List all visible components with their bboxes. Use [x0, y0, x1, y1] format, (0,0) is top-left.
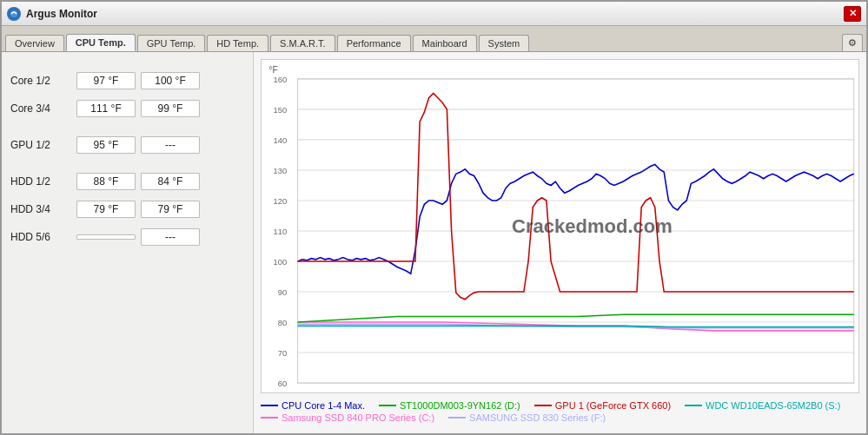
legend-label-1: ST1000DM003-9YN162 (D:) [400, 400, 520, 411]
svg-text:80: 80 [278, 318, 287, 327]
svg-text:°F: °F [268, 64, 278, 75]
legend-color-2 [534, 405, 552, 406]
sensor-row-3: HDD 1/2 88 °F 84 °F [10, 170, 244, 193]
app-title: Argus Monitor [26, 8, 97, 20]
left-panel: Core 1/2 97 °F 100 °F Core 3/4 111 °F 99… [2, 52, 254, 433]
svg-text:140: 140 [274, 135, 288, 145]
sensor-row-1: Core 3/4 111 °F 99 °F [10, 97, 244, 120]
tab-mainboard[interactable]: Mainboard [413, 35, 477, 51]
sensor-val2-0: 100 °F [141, 72, 200, 89]
tab-system[interactable]: System [479, 35, 530, 51]
title-bar: Argus Monitor ✕ [2, 2, 866, 26]
svg-text:160: 160 [274, 75, 288, 84]
tab-gpu-temp[interactable]: GPU Temp. [137, 35, 206, 51]
svg-text:130: 130 [274, 166, 288, 175]
sensor-val2-3: 84 °F [141, 173, 200, 190]
legend-label-3: WDC WD10EADS-65M2B0 (S:) [706, 400, 840, 411]
sensor-val1-5 [76, 234, 136, 240]
sensor-label-4: HDD 3/4 [10, 203, 71, 215]
sensor-row-5: HDD 5/6 --- [10, 226, 244, 248]
sensor-label-5: HDD 5/6 [10, 231, 71, 243]
right-panel: Crackedmod.com °F 160 [254, 52, 866, 433]
svg-point-0 [10, 10, 18, 18]
sensor-val1-3: 88 °F [76, 173, 136, 190]
chart-legend: CPU Core 1-4 Max. ST1000DM003-9YN162 (D:… [261, 397, 859, 426]
chart-area: Crackedmod.com °F 160 [261, 59, 859, 393]
legend-item-1: ST1000DM003-9YN162 (D:) [379, 400, 520, 411]
sensor-val1-2: 95 °F [76, 136, 136, 154]
legend-color-5 [448, 417, 466, 419]
sensor-label-0: Core 1/2 [10, 75, 71, 87]
sensor-label-1: Core 3/4 [10, 102, 71, 115]
tab-cpu-temp[interactable]: CPU Temp. [66, 34, 136, 51]
sensor-val1-4: 79 °F [76, 201, 136, 218]
legend-item-5: SAMSUNG SSD 830 Series (F:) [448, 412, 606, 423]
svg-text:100: 100 [274, 257, 288, 267]
sensor-row-4: HDD 3/4 79 °F 79 °F [10, 198, 244, 221]
tab-smart[interactable]: S.M.A.R.T. [270, 35, 335, 51]
tab-bar: Overview CPU Temp. GPU Temp. HD Temp. S.… [2, 26, 866, 52]
content-area: Core 1/2 97 °F 100 °F Core 3/4 111 °F 99… [2, 52, 866, 433]
legend-label-5: SAMSUNG SSD 830 Series (F:) [469, 412, 606, 423]
sensor-row-2: GPU 1/2 95 °F --- [10, 134, 244, 156]
sensor-row-0: Core 1/2 97 °F 100 °F [10, 69, 244, 92]
legend-item-4: Samsung SSD 840 PRO Series (C:) [261, 412, 434, 423]
legend-color-3 [685, 405, 702, 406]
sensor-label-2: GPU 1/2 [10, 139, 71, 151]
legend-label-2: GPU 1 (GeForce GTX 660) [555, 400, 671, 411]
sensor-val1-0: 97 °F [76, 72, 136, 89]
close-button[interactable]: ✕ [844, 6, 861, 22]
title-bar-left: Argus Monitor [7, 7, 97, 21]
sensor-val2-5: --- [141, 228, 200, 246]
svg-text:110: 110 [274, 227, 288, 236]
svg-text:70: 70 [278, 348, 287, 358]
legend-label-4: Samsung SSD 840 PRO Series (C:) [282, 412, 434, 423]
sensor-val2-1: 99 °F [141, 100, 200, 117]
legend-item-3: WDC WD10EADS-65M2B0 (S:) [685, 400, 840, 411]
legend-color-4 [261, 417, 278, 419]
legend-color-1 [379, 405, 396, 406]
tab-overview[interactable]: Overview [5, 35, 64, 51]
tab-performance[interactable]: Performance [337, 35, 411, 51]
svg-text:90: 90 [278, 287, 287, 297]
settings-tab[interactable]: ⚙ [842, 34, 863, 51]
main-window: Argus Monitor ✕ Overview CPU Temp. GPU T… [0, 0, 868, 435]
sensor-val2-4: 79 °F [141, 201, 200, 218]
legend-item-0: CPU Core 1-4 Max. [261, 400, 365, 411]
legend-label-0: CPU Core 1-4 Max. [282, 400, 365, 411]
legend-color-0 [261, 405, 278, 406]
temperature-chart: °F 160 150 140 13 [262, 60, 858, 392]
svg-text:150: 150 [274, 105, 288, 115]
sensor-val1-1: 111 °F [76, 100, 136, 117]
svg-text:60: 60 [278, 379, 287, 388]
tab-hd-temp[interactable]: HD Temp. [207, 35, 268, 51]
sensor-val2-2: --- [141, 136, 200, 154]
sensor-label-3: HDD 1/2 [10, 175, 71, 188]
app-icon [7, 7, 21, 21]
svg-text:120: 120 [274, 196, 288, 206]
legend-item-2: GPU 1 (GeForce GTX 660) [534, 400, 671, 411]
